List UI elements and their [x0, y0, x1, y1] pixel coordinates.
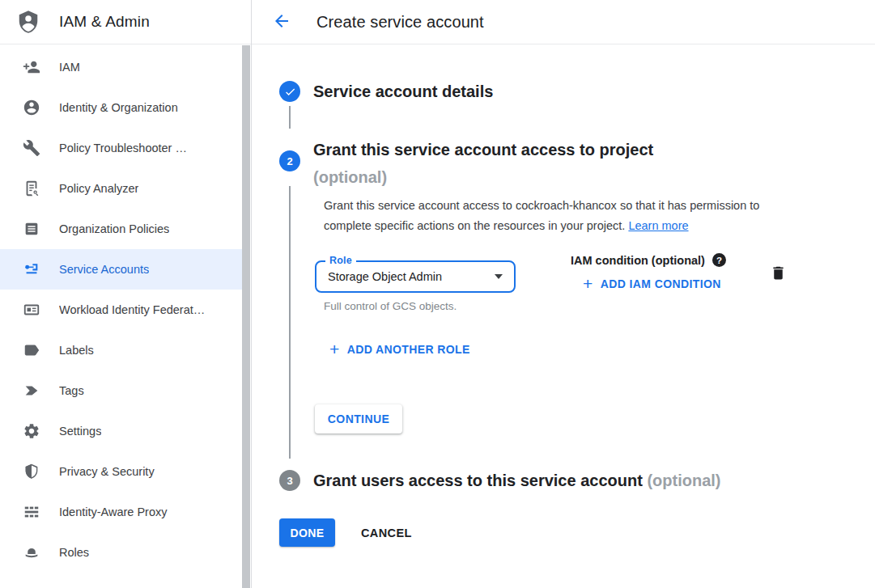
document-icon [23, 220, 40, 238]
sidebar-item-label: Identity-Aware Proxy [59, 506, 168, 518]
add-another-role-label: ADD ANOTHER ROLE [347, 343, 470, 356]
policy-analyzer-doc-icon [23, 180, 40, 197]
role-select[interactable]: Role Storage Object Admin [315, 260, 516, 293]
step2-title: Grant this service account access to pro… [313, 136, 653, 191]
person-add-icon [23, 58, 40, 76]
arrow-back-icon [272, 11, 291, 33]
step3-title-text: Grant users access to this service accou… [313, 472, 643, 489]
iam-condition-label: IAM condition (optional) [571, 254, 705, 267]
identity-person-circle-icon [23, 99, 40, 116]
step2-optional-label: (optional) [313, 163, 653, 191]
sidebar-scrollbar [242, 45, 250, 588]
add-another-role-button[interactable]: + ADD ANOTHER ROLE [329, 342, 470, 357]
step2-description: Grant this service account access to coc… [324, 196, 795, 236]
sidebar-item-identity-organization[interactable]: Identity & Organization [0, 87, 242, 128]
step2-description-text: Grant this service account access to coc… [324, 199, 759, 232]
add-iam-condition-button[interactable]: + ADD IAM CONDITION [583, 277, 721, 291]
step-connector [289, 106, 291, 129]
sidebar-item-label: Roles [59, 546, 89, 559]
tag-arrow-icon [23, 382, 40, 400]
sidebar-item-settings[interactable]: Settings [0, 411, 242, 451]
step3-number-badge: 3 [279, 470, 300, 491]
sidebar-item-label: Tags [59, 384, 84, 397]
sidebar-item-workload-identity-federation[interactable]: Workload Identity Federat… [0, 290, 242, 330]
step1-title[interactable]: Service account details [313, 81, 493, 102]
iam-condition-header: IAM condition (optional) ? [571, 253, 726, 267]
shield-icon [23, 463, 40, 480]
sidebar-item-roles[interactable]: Roles [0, 532, 242, 573]
plus-icon: + [329, 342, 340, 357]
step1-completed-check-icon [279, 81, 300, 102]
proxy-stripes-icon [23, 503, 40, 521]
sidebar-nav: IAM Identity & Organization Policy Troub… [0, 47, 242, 573]
done-button[interactable]: DONE [279, 518, 335, 547]
sidebar-item-label: Organization Policies [59, 222, 169, 235]
service-account-key-icon [23, 260, 40, 278]
role-helper-text: Full control of GCS objects. [324, 300, 457, 312]
sidebar-item-label: Policy Troubleshooter … [59, 142, 187, 154]
sidebar-item-service-accounts[interactable]: Service Accounts [0, 249, 242, 290]
role-field-label: Role [325, 255, 356, 266]
sidebar-item-label: IAM [59, 61, 80, 74]
continue-button[interactable]: CONTINUE [315, 404, 402, 434]
card-icon [23, 301, 40, 319]
sidebar-item-label: Service Accounts [59, 263, 149, 276]
page-header: Create service account [252, 0, 875, 44]
add-iam-condition-label: ADD IAM CONDITION [601, 277, 721, 290]
app-title: IAM & Admin [59, 13, 150, 31]
sidebar-item-labels[interactable]: Labels [0, 330, 242, 370]
chevron-down-icon [495, 274, 503, 279]
sidebar-item-label: Labels [59, 344, 94, 357]
back-button[interactable] [272, 11, 293, 32]
step3-title[interactable]: Grant users access to this service accou… [313, 470, 721, 492]
role-selected-value: Storage Object Admin [328, 270, 495, 283]
wrench-icon [23, 139, 40, 157]
sidebar-item-organization-policies[interactable]: Organization Policies [0, 209, 242, 249]
delete-role-button[interactable] [768, 264, 788, 284]
label-tag-icon [23, 341, 40, 359]
sidebar-item-label: Identity & Organization [59, 101, 178, 114]
step2-number-badge: 2 [279, 150, 300, 171]
iam-shield-person-icon [16, 10, 40, 34]
learn-more-link[interactable]: Learn more [628, 219, 688, 232]
sidebar-item-label: Privacy & Security [59, 465, 155, 478]
step3-optional-label: (optional) [647, 472, 720, 489]
sidebar-item-label: Settings [59, 425, 101, 438]
sidebar-item-tags[interactable]: Tags [0, 370, 242, 411]
sidebar-item-iam[interactable]: IAM [0, 47, 242, 87]
sidebar-scrollbar-thumb[interactable] [242, 45, 250, 588]
sidebar-item-privacy-security[interactable]: Privacy & Security [0, 451, 242, 492]
step-connector [289, 186, 291, 459]
hat-icon [23, 544, 40, 561]
main-content: Service account details 2 Grant this ser… [252, 45, 875, 588]
help-question-icon[interactable]: ? [712, 253, 726, 267]
sidebar-item-label: Workload Identity Federat… [59, 303, 205, 316]
sidebar-item-policy-troubleshooter[interactable]: Policy Troubleshooter … [0, 128, 242, 168]
sidebar-item-policy-analyzer[interactable]: Policy Analyzer [0, 168, 242, 209]
plus-icon: + [583, 277, 593, 291]
sidebar: IAM & Admin IAM Identity & Organization … [0, 0, 252, 588]
sidebar-item-identity-aware-proxy[interactable]: Identity-Aware Proxy [0, 492, 242, 532]
trash-icon [770, 272, 787, 284]
gear-icon [23, 422, 40, 440]
page-title: Create service account [316, 13, 484, 32]
cancel-button[interactable]: CANCEL [358, 518, 415, 547]
step2-title-text: Grant this service account access to pro… [313, 136, 653, 163]
sidebar-header: IAM & Admin [0, 0, 251, 44]
sidebar-item-label: Policy Analyzer [59, 182, 138, 195]
